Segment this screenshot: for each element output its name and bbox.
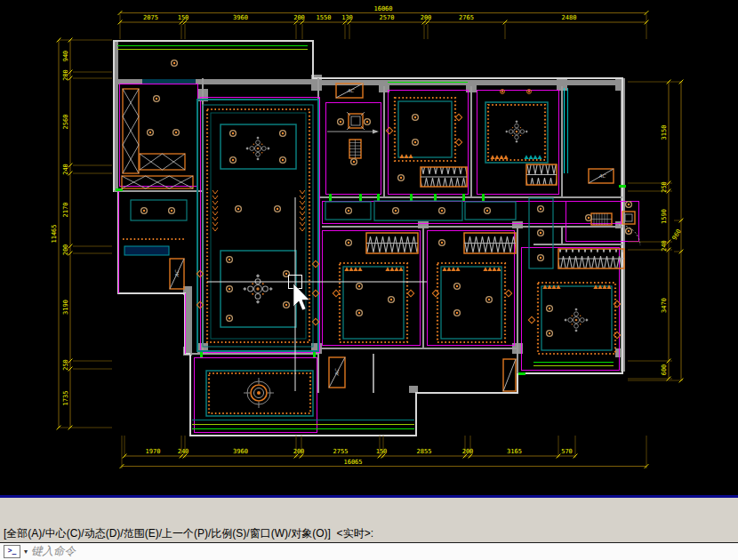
cabinets [122, 89, 193, 188]
dim-label: 130 [341, 14, 353, 21]
wall-fills [115, 42, 625, 393]
dim-label: 2170 [62, 203, 69, 218]
dimensions-top: 16060 2075 150 3960 200 1550 130 2570 20… [118, 5, 649, 40]
dim-label: 2765 [459, 14, 474, 21]
ceiling-fan-symbol [244, 378, 274, 408]
dim-label: 240 [661, 240, 668, 252]
bath-fixtures [327, 112, 640, 245]
dim-label: 2855 [417, 448, 432, 455]
command-history-panel: [全部(A)/中心(C)/动态(D)/范围(E)/上一个(P)/比例(S)/窗口… [0, 495, 738, 542]
dim-label: 2570 [380, 14, 395, 21]
dim-label: 16065 [343, 459, 362, 466]
dimensions-right: 3150 250 1590 240 3470 600 960 [628, 80, 683, 383]
dim-label: 200 [462, 448, 474, 455]
dim-label: 200 [293, 448, 305, 455]
dim-label: 1550 [317, 14, 332, 21]
cad-canvas[interactable]: AC AC AC AC [0, 0, 738, 495]
dim-label: 150 [178, 14, 189, 21]
ceiling-medallions [243, 120, 588, 408]
dim-label: 600 [661, 364, 668, 376]
ac-label: AC [174, 269, 180, 277]
ac-label: AC [334, 368, 340, 376]
dim-label: 150 [376, 448, 388, 455]
dim-label: 3960 [233, 14, 248, 21]
dim-label: 250 [62, 359, 69, 371]
dim-label: 250 [661, 181, 668, 193]
dim-label: 1590 [661, 209, 668, 224]
dim-label: 1970 [146, 448, 161, 455]
dim-label: 2560 [62, 115, 69, 130]
dim-label: 570 [561, 448, 573, 455]
ornament-marks [197, 90, 620, 339]
cad-application-window: AC AC AC AC [0, 0, 738, 560]
dim-label: 200 [421, 14, 432, 21]
dim-label: 200 [293, 14, 305, 21]
command-input-placeholder[interactable]: 键入命令 [31, 544, 76, 559]
dim-label: 940 [62, 51, 69, 62]
dim-label: 2075 [143, 14, 158, 21]
dropdown-arrow-icon[interactable]: ▾ [24, 548, 28, 556]
dim-label: 11465 [51, 224, 58, 243]
dim-label: 200 [62, 69, 69, 81]
dim-label: 1735 [62, 391, 69, 406]
ceiling-frames [124, 100, 612, 416]
dim-label: 200 [62, 244, 69, 256]
command-prompt-icon[interactable]: >_ [4, 545, 20, 558]
dim-label: 3190 [62, 300, 69, 315]
dim-label: 16060 [373, 5, 392, 12]
dim-label: 3960 [233, 448, 248, 455]
dim-label: 3150 [661, 125, 668, 140]
dim-label: 3470 [661, 298, 668, 313]
ac-label: AC [347, 88, 355, 93]
dimensions-bottom: 16065 1970 240 3960 200 2755 150 2855 20… [120, 436, 649, 468]
dim-label: 240 [178, 448, 189, 455]
drawing-viewport[interactable]: AC AC AC AC [0, 0, 738, 495]
ac-label: AC [598, 173, 606, 179]
dimensions-left: 11465 940 200 2560 240 2170 200 3190 250… [51, 38, 113, 430]
dim-label: 2480 [562, 14, 577, 21]
command-history-line: [全部(A)/中心(C)/动态(D)/范围(E)/上一个(P)/比例(S)/窗口… [4, 527, 734, 541]
dim-label: 2755 [333, 448, 349, 455]
dim-label: 240 [62, 164, 69, 175]
command-input-bar[interactable]: >_ ▾ 键入命令 [0, 542, 738, 560]
dim-label: 3165 [507, 448, 522, 455]
